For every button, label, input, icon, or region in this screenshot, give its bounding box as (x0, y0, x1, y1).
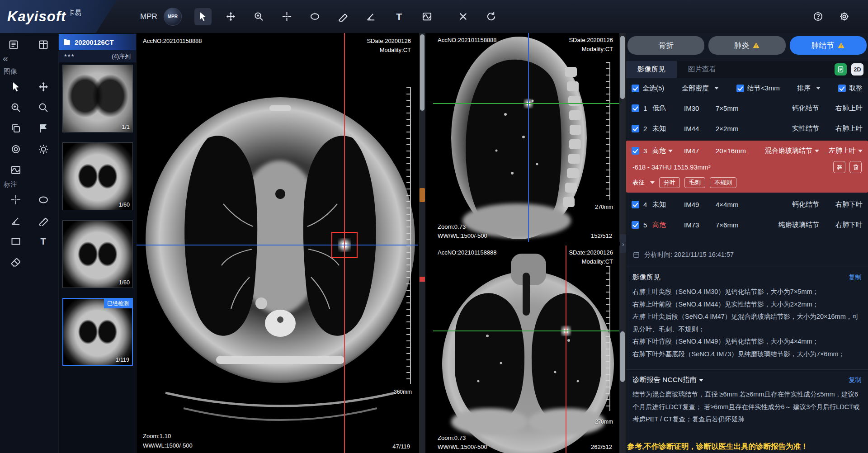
crosshair-horizontal-blue[interactable] (137, 245, 418, 245)
nodule-filter-row: 全选(5) 全部密度 结节<3mm 排序 取整 (626, 78, 868, 98)
feature-chip[interactable]: 毛刺 (684, 177, 705, 188)
feature-chip[interactable]: 分叶 (659, 177, 680, 188)
clear-annotations-button[interactable] (455, 8, 472, 25)
thumbnail-ct-2[interactable]: 1/60 (62, 220, 133, 288)
tab-findings[interactable]: 影像所见 (626, 61, 677, 78)
ellipse-tool-button[interactable] (307, 8, 324, 25)
magnify-tool-button-side[interactable] (35, 99, 52, 116)
settings-button[interactable] (835, 8, 853, 25)
text-tool-button[interactable]: T (391, 8, 408, 25)
viewport-axial[interactable]: AccNO:202101158888 SDate:20200126 Modali… (137, 33, 418, 453)
axial-scroll-handle[interactable] (420, 34, 425, 111)
sagittal-scrollbar[interactable] (619, 33, 626, 242)
nodule-checkbox[interactable] (632, 201, 639, 208)
ruler-tool-button[interactable] (335, 8, 352, 25)
thumbnail-list: 1/1 1/60 1/60 已经检测 1/119 (62, 65, 133, 376)
small-nodule-checkbox[interactable] (736, 85, 744, 92)
view-2d-button[interactable]: 2D (851, 63, 863, 76)
coronal-scrollbar[interactable] (619, 245, 626, 453)
axial-nodule-marker-orange[interactable] (420, 188, 425, 202)
tab-image-view[interactable]: 图片查看 (677, 61, 727, 78)
crosshair-horizontal-green[interactable] (433, 330, 619, 331)
report-layout-button[interactable] (5, 37, 22, 53)
nodule-row-5[interactable]: 5 高危 IM73 7×6mm 纯磨玻璃结节 右肺下叶 (626, 215, 868, 235)
window-level-tool-button[interactable] (419, 8, 436, 25)
point-annotation-button[interactable] (8, 192, 24, 208)
coronal-scroll-handle[interactable] (620, 331, 625, 382)
viewport-coronal[interactable]: AccNO:202101158888 SDate:20200126 Modali… (433, 245, 619, 453)
nodule-row-1[interactable]: 1 低危 IM30 7×5mm 钙化结节 右肺上叶 (626, 98, 868, 118)
thumbnail-ct-1[interactable]: 1/60 (62, 142, 133, 210)
nodule-row-3-head[interactable]: 3 高危 IM47 20×16mm 混合磨玻璃结节 左肺上叶 (626, 141, 868, 161)
small-nodule-filter[interactable]: 结节<3mm (736, 84, 780, 93)
nodule-checkbox[interactable] (632, 125, 639, 132)
report-title[interactable]: 诊断报告 NCCN指南 (632, 375, 703, 385)
nodule-roi-box[interactable] (331, 232, 358, 258)
select-all-checkbox[interactable] (632, 85, 639, 92)
nodule-risk-dropdown[interactable]: 高危 (652, 146, 684, 155)
sagittal-scroll-handle[interactable] (620, 36, 625, 99)
text-annotation-button[interactable]: T (35, 233, 52, 250)
zoom-in-tool-button-side[interactable] (8, 99, 24, 116)
rectangle-annotation-button[interactable] (8, 233, 24, 250)
angle-tool-button[interactable] (363, 8, 380, 25)
crosshair-horizontal-green[interactable] (433, 103, 619, 104)
crosshair-vertical-red[interactable] (566, 245, 566, 453)
feature-chip[interactable]: 不规则 (710, 177, 736, 188)
fracture-mode-button[interactable]: 骨折 (627, 36, 704, 55)
nodule-location-dropdown[interactable]: 左肺上叶 (819, 146, 863, 155)
pan-tool-button-side[interactable] (35, 79, 52, 95)
mpr-toggle-button[interactable]: MPR (164, 8, 182, 26)
brightness-tool-button-side[interactable] (35, 141, 52, 157)
cursor-tool-button[interactable] (194, 8, 212, 25)
nodule-checkbox[interactable] (632, 104, 639, 112)
nodule-row-3-selected[interactable]: 3 高危 IM47 20×16mm 混合磨玻璃结节 左肺上叶 -618 - 34… (626, 141, 868, 193)
sort-dropdown[interactable]: 排序 (797, 84, 821, 93)
delete-icon-button[interactable] (849, 161, 862, 173)
flag-tool-button-side[interactable] (35, 120, 52, 137)
reset-button[interactable] (483, 8, 500, 25)
round-checkbox[interactable] (838, 85, 846, 92)
grid-layout-button[interactable] (35, 37, 52, 53)
ellipse-annotation-button[interactable] (35, 192, 52, 208)
features-dropdown[interactable]: 表征 (632, 179, 655, 187)
series-header[interactable]: 20200126CT (59, 34, 136, 50)
nodule-row-2[interactable]: 2 未知 IM44 2×2mm 实性结节 右肺上叶 (626, 118, 868, 139)
help-button[interactable] (809, 8, 826, 25)
eraser-annotation-button[interactable] (8, 254, 24, 270)
nodule-type-dropdown[interactable]: 混合磨玻璃结节 (763, 146, 819, 155)
report-icon-button[interactable] (835, 63, 847, 76)
window-level-tool-button-side[interactable] (8, 162, 24, 178)
copy-tool-button-side[interactable] (8, 120, 24, 137)
ai-results-panel: 骨折 肺炎 肺结节 影像所见 图片查看 2D (626, 33, 868, 453)
eraser-icon (10, 257, 21, 268)
nodule-row-4[interactable]: 4 未知 IM49 4×4mm 钙化结节 右肺下叶 (626, 194, 868, 215)
nodule-size: 7×5mm (716, 104, 763, 112)
select-all-filter[interactable]: 全选(5) (632, 84, 664, 93)
features-label: 表征 (632, 179, 645, 187)
angle-annotation-button[interactable] (8, 212, 24, 229)
adjust-icon-button[interactable] (833, 161, 845, 173)
copy-findings-button[interactable]: 复制 (849, 273, 862, 282)
ruler-annotation-button[interactable] (35, 212, 52, 229)
nodule-checkbox[interactable] (632, 147, 639, 155)
axial-nodule-marker-red[interactable] (420, 277, 425, 282)
axial-scrollbar[interactable] (419, 33, 425, 453)
thumbnail-xray[interactable]: 1/1 (62, 65, 133, 132)
copy-report-button[interactable]: 复制 (849, 376, 862, 384)
nodule-checkbox[interactable] (632, 221, 639, 229)
pan-tool-button[interactable] (222, 8, 240, 25)
thumbnail-ct-active[interactable]: 已经检测 1/119 (62, 298, 133, 366)
zoom-tool-button[interactable] (250, 8, 268, 25)
crosshair-vertical-blue[interactable] (528, 33, 529, 242)
crosshair-tool-button[interactable] (278, 8, 296, 25)
invert-tool-button-side[interactable] (8, 141, 24, 157)
round-filter[interactable]: 取整 (838, 84, 863, 93)
density-filter-dropdown[interactable]: 全部密度 (682, 84, 719, 93)
viewport-sagittal[interactable]: AccNO:202101158888 SDate:20200126 Modali… (433, 33, 619, 242)
collapse-sidebar-button[interactable]: « (3, 53, 8, 64)
lung-nodule-mode-button[interactable]: 肺结节 (790, 36, 867, 55)
pneumonia-mode-button[interactable]: 肺炎 (708, 36, 785, 55)
panel-expander-button[interactable]: › (620, 234, 627, 253)
cursor-tool-button-side[interactable] (8, 79, 24, 95)
